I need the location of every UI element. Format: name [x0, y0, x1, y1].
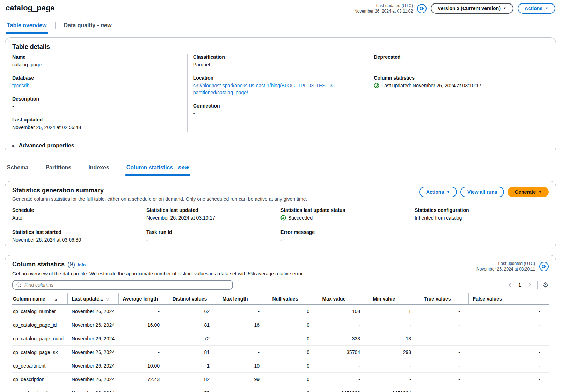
cell-distinct-values: 1 — [168, 359, 218, 373]
cell-max-length: 16 — [218, 318, 268, 332]
cell-false-values: - — [468, 386, 549, 392]
cell-true-values: - — [420, 359, 468, 373]
field-deprecated-value: - — [374, 61, 540, 68]
field-column-statistics-value: Last updated: November 26, 2024 at 03:10… — [381, 82, 481, 89]
cell-null-values: 0 — [268, 359, 318, 373]
cell-last-update: November 26, 2024 — [67, 373, 118, 386]
tab-column-statistics-new-badge: new — [178, 164, 189, 171]
table-details-card: Table details Name catalog_page Database… — [5, 37, 556, 153]
search-icon — [16, 282, 22, 288]
header-last-updated-label: Last updated (UTC) — [354, 3, 413, 8]
cell-column-name: cp_catalog_page_id — [12, 318, 67, 332]
field-stats-last-update-status: Statistics last update status Succeeded — [280, 207, 415, 222]
cell-false-values: - — [468, 373, 549, 386]
field-name-value: catalog_page — [12, 61, 179, 68]
page-tabs: Table overview Data quality - new — [0, 19, 561, 33]
sort-ascending-icon: ▲ — [54, 297, 58, 301]
cell-null-values: 0 — [268, 386, 318, 392]
field-stats-configuration: Statistics configuration Inherited from … — [415, 207, 549, 222]
col-header-column-name[interactable]: Column name▲ — [12, 293, 67, 305]
field-location: Location s3://blogpost-sparkoneks-us-eas… — [193, 75, 360, 96]
current-page[interactable]: 1 — [516, 282, 524, 288]
header-actions-button[interactable]: Actions ▼ — [518, 3, 555, 14]
cs-last-updated: Last updated (UTC) November 26, 2024 at … — [476, 261, 535, 272]
cell-distinct-values: 62 — [168, 305, 218, 318]
chevron-down-icon: ▼ — [503, 7, 507, 10]
sort-icon: ▽ — [106, 297, 109, 301]
table-details-title: Table details — [12, 43, 549, 51]
cell-max-length: - — [218, 305, 268, 318]
field-column-statistics-label: Column statistics — [374, 75, 540, 81]
cell-true-values: - — [420, 373, 468, 386]
field-connection-label: Connection — [193, 103, 360, 109]
cell-false-values: - — [468, 305, 549, 318]
col-header-last-update[interactable]: Last update...▽ — [67, 293, 118, 305]
cell-max-length: - — [218, 332, 268, 346]
info-link[interactable]: Info — [78, 262, 86, 267]
cell-null-values: 0 — [268, 305, 318, 318]
view-all-runs-button[interactable]: View all runs — [460, 187, 504, 197]
field-last-updated-value: November 26, 2024 at 02:56:48 — [12, 124, 179, 131]
table-row: cp_end_date_sk November 26, 2024 - 59 - … — [12, 386, 549, 392]
refresh-icon[interactable]: ⟳ — [417, 4, 427, 13]
cell-distinct-values: 81 — [168, 318, 218, 332]
success-check-icon — [374, 83, 379, 88]
tab-separator — [118, 164, 118, 171]
cell-column-name: cp_end_date_sk — [12, 386, 67, 392]
tab-table-overview[interactable]: Table overview — [6, 19, 48, 33]
field-task-run-id-label: Task run Id — [146, 229, 280, 235]
field-classification-label: Classification — [193, 54, 360, 60]
cell-max-length: - — [218, 346, 268, 359]
tab-separator — [80, 164, 80, 171]
col-header-true-values: True values — [420, 293, 468, 305]
details-col-2: Classification Parquet Location s3://blo… — [187, 54, 368, 132]
search-input[interactable] — [24, 282, 229, 288]
field-error-message-value: - — [280, 236, 415, 243]
generate-button[interactable]: Generate ▼ — [508, 187, 549, 197]
cell-min-value: 293 — [369, 346, 420, 359]
tab-data-quality[interactable]: Data quality - new — [63, 19, 113, 33]
tab-schema[interactable]: Schema — [6, 161, 30, 175]
next-page-icon[interactable] — [526, 282, 532, 288]
tab-indexes[interactable]: Indexes — [87, 161, 111, 175]
cell-null-values: 0 — [268, 318, 318, 332]
cell-null-values: 0 — [268, 332, 318, 346]
header-last-updated: Last updated (UTC) November 26, 2024 at … — [354, 3, 413, 14]
database-link[interactable]: tpcdsdb — [12, 83, 29, 88]
cell-min-value: 2450904 — [369, 386, 420, 392]
cs-last-updated-label: Last updated (UTC) — [476, 261, 535, 266]
cell-last-update: November 26, 2024 — [67, 359, 118, 373]
tab-table-overview-label: Table overview — [7, 22, 47, 29]
cell-max-value: 108 — [318, 305, 369, 318]
generate-label: Generate — [515, 189, 536, 195]
page-title: catalog_page — [6, 3, 55, 13]
advanced-properties-expander[interactable]: ▶ Advanced properties — [5, 138, 556, 153]
pagination: 1 ⚙ — [507, 281, 549, 289]
cell-average-length: - — [118, 305, 168, 318]
cell-average-length: - — [118, 386, 168, 392]
field-name: Name catalog_page — [12, 54, 179, 68]
field-schedule-label: Schedule — [12, 207, 146, 213]
stats-summary-description: Generate column statistics for the full … — [12, 196, 307, 202]
s3-location-link[interactable]: s3://blogpost-sparkoneks-us-east-1/blog/… — [193, 83, 337, 95]
gear-icon[interactable]: ⚙ — [542, 281, 549, 288]
field-stats-last-started-value[interactable]: November 26, 2024 at 03:06:30 — [12, 237, 81, 243]
refresh-icon[interactable]: ⟳ — [539, 262, 549, 271]
previous-page-icon[interactable] — [507, 282, 513, 288]
tab-column-statistics[interactable]: Column statistics - new — [125, 161, 190, 175]
tab-partitions[interactable]: Partitions — [44, 161, 73, 175]
col-header-max-value: Max value — [318, 293, 369, 305]
cell-false-values: - — [468, 318, 549, 332]
version-select[interactable]: Version 2 (Current version) ▼ — [431, 3, 513, 14]
tab-partitions-label: Partitions — [45, 164, 71, 171]
version-select-label: Version 2 (Current version) — [438, 6, 501, 11]
cell-max-value: 2453003 — [318, 386, 369, 392]
field-last-updated-label: Last updated — [12, 117, 179, 123]
summary-actions-button[interactable]: Actions ▼ — [419, 187, 457, 197]
field-description-label: Description — [12, 96, 179, 102]
tab-indexes-label: Indexes — [88, 164, 109, 171]
stats-summary-card: Statistics generation summary Generate c… — [5, 181, 556, 249]
field-stats-last-updated-value[interactable]: November 26, 2024 at 03:10:17 — [146, 215, 215, 221]
cell-column-name: cp_department — [12, 359, 67, 373]
field-database: Database tpcdsdb — [12, 75, 179, 89]
